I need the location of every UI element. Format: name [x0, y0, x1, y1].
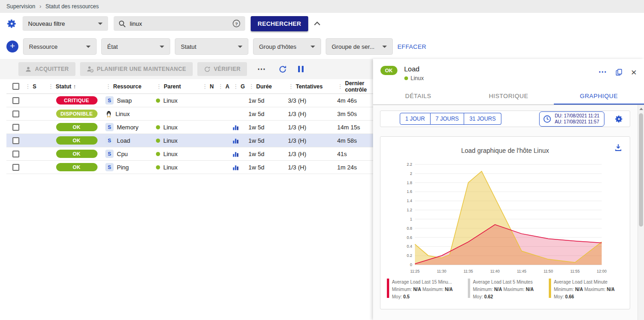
- resource-name[interactable]: Ping: [117, 164, 129, 171]
- row-checkbox[interactable]: [12, 137, 19, 144]
- column-kebab-icon[interactable]: ⋮: [233, 83, 239, 90]
- tab-history[interactable]: HISTORIQUE: [463, 87, 553, 105]
- column-header-parent[interactable]: ⋮Parent: [156, 83, 202, 90]
- resource-name[interactable]: Cpu: [117, 151, 128, 157]
- column-kebab-icon[interactable]: ⋮: [48, 83, 54, 90]
- check-button[interactable]: VÉRIFIER: [197, 62, 247, 76]
- resource-name[interactable]: Linux: [115, 111, 130, 117]
- column-kebab-icon[interactable]: ⋮: [25, 83, 31, 90]
- column-header-severity[interactable]: ⋮S: [25, 83, 48, 90]
- saved-filter-select[interactable]: Nouveau filtre: [23, 16, 108, 31]
- parent-name[interactable]: Linux: [163, 137, 178, 144]
- close-panel-icon[interactable]: ×: [631, 67, 637, 77]
- row-checkbox[interactable]: [12, 151, 19, 157]
- tab-graph[interactable]: GRAPHIQUE: [554, 87, 644, 105]
- column-header-graph[interactable]: ⋮G: [233, 83, 248, 90]
- check-label: VÉRIFIER: [214, 66, 241, 72]
- column-header-tries[interactable]: ⋮Tentatives: [288, 83, 337, 90]
- host-up-dot: [156, 165, 160, 169]
- breadcrumb-supervision[interactable]: Supervision: [6, 3, 35, 10]
- clear-filters-button[interactable]: EFFACER: [397, 43, 426, 50]
- add-criteria-icon[interactable]: +: [6, 41, 18, 52]
- resource-name[interactable]: Load: [117, 137, 130, 144]
- column-header-status[interactable]: ⋮Statut↑: [48, 83, 105, 90]
- criteria-hostgroup-select[interactable]: Group d'hôtes: [253, 38, 321, 55]
- row-checkbox[interactable]: [12, 124, 19, 131]
- range-7-days-button[interactable]: 7 JOURS: [431, 113, 465, 125]
- graph-settings-gear-icon[interactable]: [615, 115, 623, 123]
- svg-text:11:25: 11:25: [410, 269, 420, 273]
- panel-more-actions-icon[interactable]: ⋯: [598, 67, 607, 77]
- search-button[interactable]: RECHERCHER: [251, 16, 308, 31]
- range-31-days-button[interactable]: 31 JOURS: [464, 113, 501, 125]
- resource-row[interactable]: DISPONIBLELinux1w 5d1/3 (H)3m 50s: [6, 107, 373, 121]
- copy-link-icon[interactable]: [615, 68, 623, 76]
- resource-row[interactable]: OKSCpuLinux1w 5d1/3 (H)41s: [6, 147, 373, 161]
- criteria-resource-select[interactable]: Ressource: [23, 38, 97, 55]
- acknowledge-button[interactable]: ACQUITTER: [18, 62, 75, 76]
- column-kebab-icon[interactable]: ⋮: [288, 83, 294, 90]
- custom-period-button[interactable]: DU: 17/08/2021 11:21 AU: 17/08/2021 11:5…: [539, 111, 604, 127]
- criteria-servicegroup-select[interactable]: Groupe de ser...: [326, 38, 393, 55]
- resource-row[interactable]: OKSPingLinux1w 5d1/3 (H)1m 24s: [6, 161, 373, 174]
- column-kebab-icon[interactable]: ⋮: [156, 83, 162, 90]
- column-kebab-icon[interactable]: ⋮: [218, 83, 224, 90]
- search-icon: [118, 20, 126, 28]
- graph-icon[interactable]: [233, 164, 239, 170]
- parent-name[interactable]: Linux: [163, 124, 178, 131]
- set-downtime-button[interactable]: PLANIFIER UNE MAINTENANCE: [80, 62, 193, 76]
- parent-name[interactable]: Linux: [163, 164, 178, 171]
- service-type-icon: S: [105, 136, 114, 145]
- legend-minmax: Minimum: N/A Maximum: N/A: [392, 286, 453, 293]
- resource-name[interactable]: Swap: [117, 97, 132, 104]
- select-all-checkbox[interactable]: [12, 83, 19, 90]
- legend-item[interactable]: Average Load Last 15 Minu...Minimum: N/A…: [387, 279, 461, 301]
- column-header-resource[interactable]: ⋮Ressource: [105, 83, 156, 90]
- panel-scrollbar[interactable]: [638, 105, 644, 320]
- graph-icon[interactable]: [233, 151, 239, 157]
- pause-autorefresh-icon[interactable]: [298, 66, 304, 72]
- search-input[interactable]: [130, 20, 229, 27]
- panel-parent-name[interactable]: Linux: [411, 75, 424, 81]
- svg-text:0.8: 0.8: [407, 226, 412, 231]
- column-kebab-icon[interactable]: ⋮: [248, 83, 254, 90]
- scroll-up-arrow-icon[interactable]: [638, 105, 644, 112]
- column-kebab-icon[interactable]: ⋮: [105, 83, 111, 90]
- resource-row[interactable]: OKSLoadLinux1w 5d1/3 (H)4m 58s: [6, 134, 373, 147]
- column-header-action[interactable]: ⋮A: [218, 83, 233, 90]
- parent-name[interactable]: Linux: [163, 97, 178, 104]
- legend-item[interactable]: Average Load Last 5 MinutesMinimum: N/A …: [468, 279, 542, 301]
- resource-row[interactable]: OKSMemoryLinux1w 5d1/3 (H)14m 15s: [6, 121, 373, 134]
- row-checkbox[interactable]: [12, 97, 19, 104]
- help-icon[interactable]: ?: [232, 19, 241, 28]
- legend-item[interactable]: Average Load Last MinuteMinimum: N/A Max…: [549, 279, 623, 301]
- graph-icon[interactable]: [233, 138, 239, 144]
- row-checkbox[interactable]: [12, 164, 19, 171]
- filter-settings-gear-icon[interactable]: [6, 18, 17, 29]
- more-actions-icon[interactable]: ⋯: [257, 64, 265, 74]
- breadcrumb-resource-status[interactable]: Statut des ressources: [46, 3, 99, 10]
- row-checkbox[interactable]: [12, 111, 19, 117]
- graph-icon[interactable]: [233, 124, 239, 130]
- scrollbar-thumb[interactable]: [639, 113, 643, 227]
- resource-row[interactable]: CRITIQUESSwapLinux1w 5d3/3 (H)4m 46s: [6, 94, 373, 107]
- resource-name[interactable]: Memory: [117, 124, 138, 131]
- column-kebab-icon[interactable]: ⋮: [202, 83, 208, 90]
- criteria-state-select[interactable]: État: [101, 38, 170, 55]
- column-header-notes[interactable]: ⋮N: [202, 83, 218, 90]
- collapse-filters-chevron-up-icon[interactable]: [314, 21, 321, 26]
- range-1-day-button[interactable]: 1 JOUR: [400, 113, 431, 125]
- tab-details[interactable]: DÉTAILS: [373, 87, 463, 105]
- last-check-cell: 4m 46s: [337, 97, 373, 104]
- column-header-last-check[interactable]: ⋮Dernier contrôle: [337, 80, 373, 93]
- column-header-duration[interactable]: ⋮Durée: [248, 83, 288, 90]
- criteria-state-label: État: [107, 43, 118, 50]
- svg-text:0.4: 0.4: [407, 244, 412, 249]
- parent-name[interactable]: Linux: [163, 151, 178, 157]
- column-kebab-icon[interactable]: ⋮: [337, 83, 343, 90]
- legend-color-bar: [549, 279, 551, 298]
- download-graph-icon[interactable]: [614, 143, 622, 153]
- refresh-icon[interactable]: [278, 65, 287, 74]
- last-check-cell: 14m 15s: [337, 124, 373, 131]
- criteria-status-select[interactable]: Statut: [175, 38, 248, 55]
